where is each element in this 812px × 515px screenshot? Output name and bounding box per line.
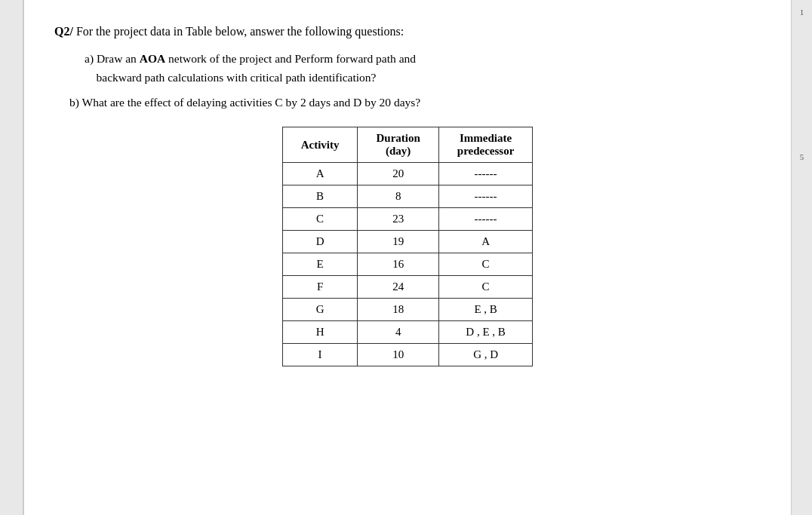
table-row: E16C (282, 253, 533, 276)
sub-question-b: b) What are the effect of delaying activ… (69, 93, 761, 112)
cell-predecessor: D , E , B (438, 321, 533, 344)
cell-activity: H (282, 321, 358, 344)
table-row: G18E , B (282, 299, 533, 321)
sub-a-text2: network of the project and Perform forwa… (165, 52, 416, 65)
cell-activity: G (282, 299, 358, 321)
sub-b-label: b) (69, 96, 79, 109)
cell-predecessor: G , D (438, 344, 533, 366)
content-area: Q2/ For the project data in Table below,… (24, 0, 791, 515)
table-row: A20------ (282, 163, 533, 185)
cell-predecessor: C (438, 253, 533, 276)
table-row: H4D , E , B (282, 321, 533, 344)
question-header: Q2/ For the project data in Table below,… (54, 23, 761, 41)
cell-predecessor: ------ (438, 208, 533, 231)
project-table: Activity Duration (day) Immediate predec… (282, 127, 534, 366)
cell-predecessor: ------ (438, 185, 533, 208)
cell-activity: F (282, 276, 358, 299)
sub-a-continuation: backward path calculations with critical… (97, 71, 377, 84)
cell-duration: 23 (358, 208, 438, 231)
sub-a-bold: AOA (140, 52, 165, 65)
cell-activity: B (282, 185, 358, 208)
question-label: Q2/ (54, 25, 73, 38)
table-row: D19A (282, 231, 533, 253)
question-text: For the project data in Table below, ans… (73, 25, 404, 38)
left-margin (0, 0, 24, 515)
right-margin: 1 5 (791, 0, 812, 515)
cell-duration: 4 (358, 321, 438, 344)
cell-duration: 8 (358, 185, 438, 208)
sub-b-text: What are the effect of delaying activiti… (82, 96, 421, 109)
cell-activity: D (282, 231, 358, 253)
col-header-duration: Duration (day) (358, 127, 438, 163)
table-row: I10G , D (282, 344, 533, 366)
cell-predecessor: ------ (438, 163, 533, 185)
cell-duration: 19 (358, 231, 438, 253)
cell-duration: 20 (358, 163, 438, 185)
cell-activity: C (282, 208, 358, 231)
right-margin-number-2: 5 (800, 152, 804, 161)
right-margin-number-1: 1 (800, 8, 804, 17)
cell-predecessor: C (438, 276, 533, 299)
col-header-predecessor: Immediate predecessor (438, 127, 533, 163)
sub-a-label: a) (85, 52, 94, 65)
page-container: Q2/ For the project data in Table below,… (0, 0, 812, 515)
table-container: Activity Duration (day) Immediate predec… (54, 127, 761, 366)
cell-activity: A (282, 163, 358, 185)
cell-duration: 24 (358, 276, 438, 299)
sub-a-text: Draw an (97, 52, 140, 65)
table-row: F24C (282, 276, 533, 299)
sub-question-a: a) Draw an AOA network of the project an… (85, 50, 761, 87)
cell-activity: E (282, 253, 358, 276)
table-row: C23------ (282, 208, 533, 231)
table-row: B8------ (282, 185, 533, 208)
cell-predecessor: E , B (438, 299, 533, 321)
cell-duration: 18 (358, 299, 438, 321)
cell-duration: 16 (358, 253, 438, 276)
col-header-activity: Activity (282, 127, 358, 163)
cell-activity: I (282, 344, 358, 366)
cell-duration: 10 (358, 344, 438, 366)
table-header-row: Activity Duration (day) Immediate predec… (282, 127, 533, 163)
cell-predecessor: A (438, 231, 533, 253)
